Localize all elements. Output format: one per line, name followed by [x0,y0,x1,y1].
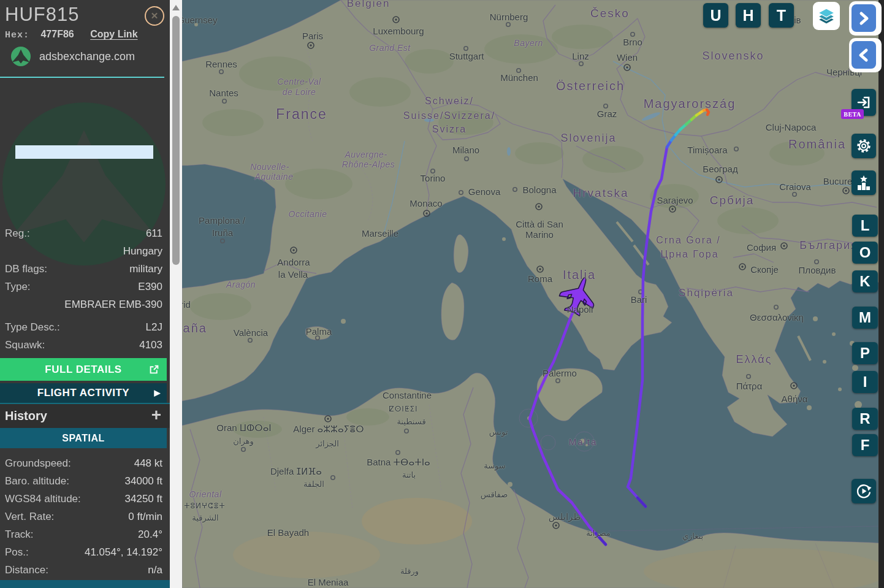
map-button-t[interactable]: T [769,3,794,28]
field-value: 448 kt [134,454,162,472]
spatial-detail-row: Track:20.4° [0,525,170,543]
chevron-left-button[interactable] [852,41,876,69]
adsbexchange-logo-icon [10,46,31,67]
full-details-button[interactable]: FULL DETAILS [0,358,167,381]
chevron-left-icon [857,47,871,63]
panel-toggle-left-wrap [849,38,882,72]
field-value: 4103 [139,336,162,354]
field-value: Hungary [123,242,162,260]
history-header: History + [0,404,170,428]
layers-button[interactable] [813,2,840,30]
field-label: DB flags: [5,263,47,275]
scrollbar-thumb[interactable] [172,16,180,265]
field-value: L2J [146,318,162,336]
replay-button[interactable] [852,479,876,503]
field-value: 611 [146,224,162,242]
close-panel-button[interactable]: ✕ [145,6,164,26]
panel-toggle-right-wrap [849,1,882,36]
flight-activity-button[interactable]: FLIGHT ACTIVITY ▶ [0,383,167,403]
flight-info-panel: HUF815 ✕ Hex: 477F86 Copy Link adsbexcha… [0,0,170,588]
field-label: Reg.: [5,227,30,239]
field-value: military [129,260,162,278]
spatial-details: Groundspeed:448 ktBaro. altitude:34000 f… [0,454,170,579]
rail-button-k[interactable]: K [852,270,878,292]
rail-button-r[interactable]: R [852,408,878,430]
field-label: Vert. Rate: [5,511,54,522]
field-label: Type: [5,281,31,292]
field-value: 20.4° [138,525,162,543]
replay-icon [855,483,872,500]
copy-link[interactable]: Copy Link [90,29,137,39]
spatial-detail-row: Vert. Rate:0 ft/min [0,508,170,525]
scroll-up-arrow-icon[interactable] [172,5,180,10]
bottom-accent-bar [0,580,170,588]
leaderboard-button[interactable] [852,170,876,195]
aircraft-detail-row: EMBRAER EMB-390 [0,296,170,313]
sidebar-scrollbar[interactable] [170,0,182,588]
aircraft-detail-row: Hungary [0,242,170,260]
flight-trail [707,110,709,115]
aircraft-detail-row: Type:E390 [0,278,170,296]
field-label: Squawk: [5,339,45,351]
rail-button-o[interactable]: O [852,242,878,264]
spatial-detail-row: WGS84 altitude:34250 ft [0,490,170,508]
rail-button-m[interactable]: M [852,307,878,329]
aircraft-silhouette-placeholder [15,145,153,159]
field-value: n/a [148,561,162,579]
spatial-detail-row: Pos.:41.054°, 14.192° [0,543,170,561]
rail-button-f[interactable]: F [852,434,878,456]
chevron-right-button[interactable] [852,4,876,32]
gear-icon [855,137,872,155]
external-link-icon [150,365,159,374]
map-button-u[interactable]: U [703,3,728,28]
layers-icon [817,6,836,26]
map-button-h[interactable]: H [736,3,761,28]
login-icon [856,95,871,110]
spatial-detail-row: Distance:n/a [0,561,170,579]
rail-button-i[interactable]: I [852,371,878,393]
brand-text: adsbexchange.com [39,45,135,67]
divider [0,77,164,78]
field-label: Type Desc.: [5,321,60,333]
close-icon: ✕ [151,10,159,21]
field-value: 34000 ft [125,472,162,490]
aircraft-detail-row: DB flags:military [0,260,170,278]
aircraft-detail-row: Reg.:611 [0,224,170,242]
spatial-header: SPATIAL [0,428,167,448]
spatial-detail-row: Baro. altitude:34000 ft [0,472,170,490]
field-value: 0 ft/min [128,508,162,525]
adsbexchange-app: GuernseyBelgienParisLuxembourgGrand EstR… [0,0,884,588]
field-label: Track: [5,529,34,540]
rail-button-l[interactable]: L [852,215,878,237]
caret-right-icon: ▶ [154,388,161,397]
history-expand-button[interactable]: + [151,404,161,426]
hex-row: Hex: 477F86 Copy Link [5,29,138,42]
field-label: Distance: [5,564,48,576]
field-label: Groundspeed: [5,457,71,469]
field-value: 41.054°, 14.192° [85,543,162,561]
field-value: 34250 ft [125,490,162,508]
field-value: EMBRAER EMB-390 [64,296,162,313]
rail-button-p[interactable]: P [852,342,878,364]
aircraft-details: Reg.:611HungaryDB flags:militaryType:E39… [0,224,170,354]
field-label: Pos.: [5,546,29,558]
field-label: Baro. altitude: [5,475,69,487]
right-edge-strip [878,0,884,588]
flight-activity-label: FLIGHT ACTIVITY [37,387,129,399]
callsign: HUF815 [5,4,79,26]
aircraft-detail-row: Squawk:4103 [0,336,170,354]
spatial-detail-row: Groundspeed:448 kt [0,454,170,472]
history-title: History [5,404,47,428]
hex-value: 477F86 [40,29,74,39]
leaderboard-icon [856,175,872,191]
settings-button[interactable] [852,134,876,158]
brand-row: adsbexchange.com [0,45,170,67]
field-value: E390 [138,278,162,296]
full-details-label: FULL DETAILS [45,364,121,376]
aircraft-detail-row: Type Desc.:L2J [0,318,170,336]
field-label: WGS84 altitude: [5,493,81,505]
hex-label: Hex: [5,30,29,40]
beta-badge: BETA [841,109,864,119]
chevron-right-icon [857,10,871,26]
